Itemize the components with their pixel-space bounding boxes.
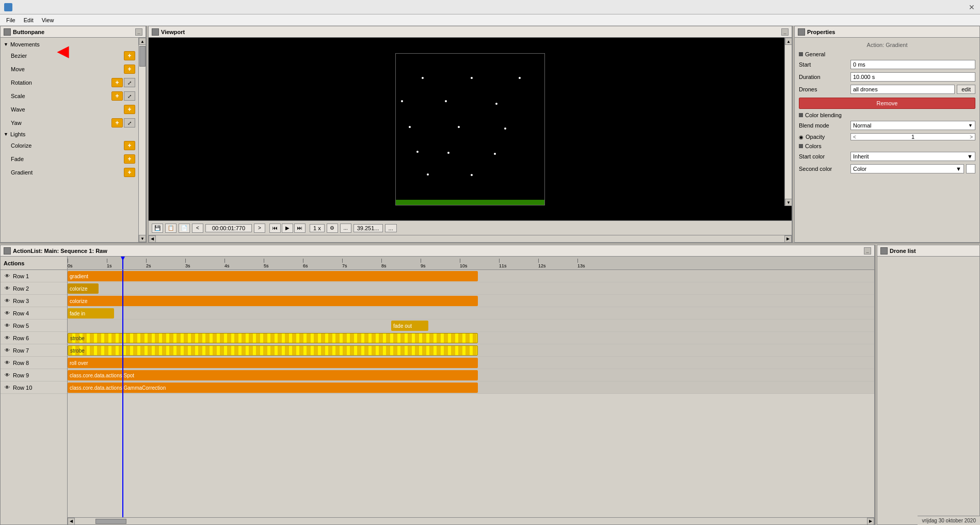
menu-file[interactable]: File xyxy=(2,16,20,24)
colors-section[interactable]: Colors xyxy=(795,142,979,150)
viewport-scroll-v[interactable]: ▲ ▼ xyxy=(784,38,792,206)
time-display: 00:00:01:770 xyxy=(205,224,252,232)
row9-eye[interactable]: 👁 xyxy=(4,372,11,379)
scale-add-button[interactable]: + xyxy=(111,91,123,101)
fade-add-button[interactable]: + xyxy=(124,154,135,164)
ctrl-copy-button[interactable]: 📋 xyxy=(165,224,176,233)
tl-bar-roll-over[interactable]: roll over xyxy=(68,358,478,368)
eye-icon: ◉ xyxy=(799,134,804,140)
remove-button[interactable]: Remove xyxy=(799,98,975,109)
lights-section[interactable]: ▼ Lights xyxy=(1,130,138,139)
wave-add-button[interactable]: + xyxy=(124,105,135,114)
tl-bar-strobe-2[interactable]: strobe xyxy=(68,345,478,356)
tl-scroll-left[interactable]: ◀ xyxy=(68,518,75,525)
blend-mode-select[interactable]: Normal ▼ xyxy=(850,121,975,130)
row10-label: Row 10 xyxy=(13,385,32,391)
tl-bar-colorize-long[interactable]: colorize xyxy=(68,296,478,306)
more-button[interactable]: ... xyxy=(340,224,351,233)
ruler-10s: 10s xyxy=(460,263,468,268)
action-title: Action: Gradient xyxy=(795,40,979,50)
tl-bar-gradient[interactable]: gradient xyxy=(68,271,478,281)
duration-value[interactable]: 10.000 s xyxy=(850,72,975,82)
menu-view[interactable]: View xyxy=(38,16,58,24)
skip-fwd-button[interactable]: ⏭ xyxy=(294,224,306,233)
opacity-control[interactable]: < 1 > xyxy=(850,133,975,140)
tl-bar-gamma[interactable]: class.core.data.actions.GammaCorrection xyxy=(68,383,478,393)
skip-back-button[interactable]: ⏮ xyxy=(269,224,281,233)
scale-expand-button[interactable]: ⤢ xyxy=(124,91,135,101)
drone-list-title: Drone list xyxy=(890,248,916,254)
color-blending-section[interactable]: Color blending xyxy=(795,111,979,119)
start-color-value: Inherit xyxy=(853,153,869,160)
scroll-thumb[interactable] xyxy=(139,46,146,67)
viewport-scroll-right[interactable]: ▶ xyxy=(784,235,792,243)
prev-frame-button[interactable]: < xyxy=(192,224,203,233)
action-list-minimize[interactable]: _ xyxy=(864,247,871,254)
row7-eye[interactable]: 👁 xyxy=(4,347,11,354)
row6-eye[interactable]: 👁 xyxy=(4,335,11,342)
properties-icon xyxy=(798,28,805,36)
tl-bar-spot[interactable]: class.core.data.actions.Spot xyxy=(68,370,478,380)
row4-eye[interactable]: 👁 xyxy=(4,310,11,317)
tl-bar-fade-out[interactable]: fade out xyxy=(391,321,428,331)
ctrl-save-button[interactable]: 💾 xyxy=(152,224,163,233)
viewport-scroll-up[interactable]: ▲ xyxy=(785,38,792,45)
titlebar: ✕ xyxy=(0,0,980,14)
viewport-scroll-h[interactable]: ◀ ▶ xyxy=(149,235,792,242)
move-add-button[interactable]: + xyxy=(124,65,135,74)
viewport-title: Viewport xyxy=(161,29,185,35)
ctrl-paste-button[interactable]: 📄 xyxy=(179,224,190,233)
tl-bar-strobe-1[interactable]: strobe xyxy=(68,333,478,343)
movements-section[interactable]: ▼ Movements xyxy=(1,40,138,49)
yaw-add-button[interactable]: + xyxy=(111,118,123,128)
menu-edit[interactable]: Edit xyxy=(20,16,38,24)
drones-edit-button[interactable]: edit xyxy=(957,85,975,94)
timeline-scrollbar-h[interactable]: ◀ ▶ xyxy=(68,517,874,524)
second-color-value: Color xyxy=(853,166,866,172)
general-section[interactable]: General xyxy=(795,50,979,58)
opacity-row: ◉ Opacity < 1 > xyxy=(795,132,979,142)
yaw-expand-button[interactable]: ⤢ xyxy=(124,118,135,128)
close-button[interactable]: ✕ xyxy=(968,3,976,11)
tl-row-8: roll over xyxy=(68,357,874,369)
bezier-add-button[interactable]: + xyxy=(124,51,135,60)
tl-bar-fade-in[interactable]: fade in xyxy=(68,308,114,319)
start-value[interactable]: 0 ms xyxy=(850,60,975,69)
row2-eye[interactable]: 👁 xyxy=(4,285,11,292)
viewport-canvas xyxy=(395,53,545,205)
row3-label: Row 3 xyxy=(13,298,29,304)
tl-row-10: class.core.data.actions.GammaCorrection xyxy=(68,381,874,394)
start-color-select[interactable]: Inherit ▼ xyxy=(850,152,975,161)
colorize-add-button[interactable]: + xyxy=(124,141,135,150)
buttonpane-minimize[interactable]: _ xyxy=(135,28,142,36)
tl-scroll-thumb[interactable] xyxy=(95,519,126,524)
opacity-label: ◉ Opacity xyxy=(799,134,850,140)
second-color-swatch[interactable] xyxy=(966,164,975,173)
scroll-up-button[interactable]: ▲ xyxy=(139,38,146,45)
second-color-select[interactable]: Color ▼ xyxy=(850,164,964,173)
timeline-area: 0s 1s 2s xyxy=(68,257,874,524)
row5-eye[interactable]: 👁 xyxy=(4,322,11,329)
next-frame-button[interactable]: > xyxy=(254,224,265,233)
viewport-scroll-left[interactable]: ◀ xyxy=(149,235,156,243)
row8-eye[interactable]: 👁 xyxy=(4,359,11,367)
rotation-expand-button[interactable]: ⤢ xyxy=(124,78,135,87)
settings-button[interactable]: ⚙ xyxy=(327,224,338,233)
viewport-scroll-down[interactable]: ▼ xyxy=(785,199,792,206)
tl-bar-colorize-short[interactable]: colorize xyxy=(68,283,99,294)
play-button[interactable]: ▶ xyxy=(282,224,293,233)
action-scale: Scale + ⤢ xyxy=(1,89,138,103)
row10-eye[interactable]: 👁 xyxy=(4,384,11,391)
row3-eye[interactable]: 👁 xyxy=(4,297,11,305)
action-list-panel: ActionList: Main: Sequence 1: Raw _ Acti… xyxy=(0,245,875,525)
buttonpane-scrollbar[interactable]: ▲ ▼ xyxy=(138,38,146,242)
rotation-add-button[interactable]: + xyxy=(111,78,123,87)
buttonpane-content: ◀ ▼ Movements Bezier + Move + xyxy=(1,38,138,242)
tl-scroll-right[interactable]: ▶ xyxy=(867,518,874,525)
row1-eye[interactable]: 👁 xyxy=(4,273,11,280)
buttonpane-title: Buttonpane xyxy=(13,29,44,35)
viewport-minimize[interactable]: _ xyxy=(781,28,789,36)
gradient-add-button[interactable]: + xyxy=(124,168,135,177)
scroll-down-button[interactable]: ▼ xyxy=(139,235,146,242)
opacity-increase[interactable]: > xyxy=(970,134,973,140)
